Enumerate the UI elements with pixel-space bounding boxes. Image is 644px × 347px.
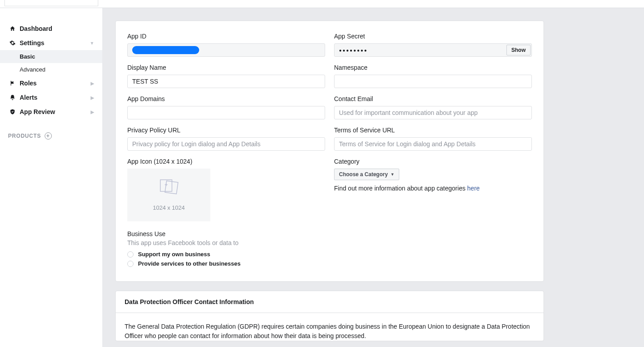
home-icon xyxy=(8,25,17,32)
top-bar xyxy=(0,0,644,8)
category-dropdown[interactable]: Choose a Category ▼ xyxy=(334,169,399,180)
category-selected: Choose a Category xyxy=(339,171,388,178)
dpo-card: Data Protection Officer Contact Informat… xyxy=(115,291,544,341)
nav-label: Alerts xyxy=(20,94,38,101)
app-id-label: App ID xyxy=(127,33,325,40)
namespace-input[interactable] xyxy=(334,75,532,88)
show-secret-button[interactable]: Show xyxy=(506,45,531,55)
app-icon-label: App Icon (1024 x 1024) xyxy=(127,158,325,165)
chevron-right-icon: ▶ xyxy=(91,95,94,100)
radio-icon xyxy=(127,261,134,267)
caret-down-icon: ▼ xyxy=(390,172,394,177)
shield-check-icon xyxy=(8,108,17,115)
sidebar-item-dashboard[interactable]: Dashboard xyxy=(0,21,102,36)
tos-url-label: Terms of Service URL xyxy=(334,127,532,134)
sidebar: Dashboard Settings ▼ Basic Advanced Role… xyxy=(0,8,103,347)
display-name-label: Display Name xyxy=(127,64,325,71)
contact-email-label: Contact Email xyxy=(334,95,532,102)
tos-url-input[interactable] xyxy=(334,137,532,151)
category-help-link[interactable]: here xyxy=(467,185,480,192)
display-name-input[interactable] xyxy=(127,75,325,88)
nav-label: Dashboard xyxy=(20,25,52,32)
nav-label: Roles xyxy=(20,80,37,87)
basic-settings-card: App ID App Secret ●●●●●●●● Show xyxy=(115,21,544,282)
category-help-text: Find out more information about app cate… xyxy=(334,185,532,192)
privacy-url-label: Privacy Policy URL xyxy=(127,127,325,134)
radio-label: Provide services to other businesses xyxy=(138,260,241,267)
top-bar-placeholder xyxy=(4,0,98,6)
nav-sublabel: Basic xyxy=(20,53,35,60)
app-id-field[interactable] xyxy=(127,43,325,57)
app-icon-dim-text: 1024 x 1024 xyxy=(153,204,185,211)
dpo-body: The General Data Protection Regulation (… xyxy=(116,313,544,341)
radio-icon xyxy=(127,251,134,258)
chevron-right-icon: ▶ xyxy=(91,110,94,114)
business-use-option-own[interactable]: Support my own business xyxy=(127,251,532,258)
bell-icon xyxy=(8,94,17,101)
app-secret-label: App Secret xyxy=(334,33,532,40)
business-use-option-services[interactable]: Provide services to other businesses xyxy=(127,260,532,267)
contact-email-input[interactable] xyxy=(334,106,532,119)
nav-label: App Review xyxy=(20,108,55,115)
caret-down-icon: ▼ xyxy=(90,41,94,46)
flag-icon xyxy=(8,80,17,87)
namespace-label: Namespace xyxy=(334,64,532,71)
business-use-desc: This app uses Facebook tools or data to xyxy=(127,239,532,246)
svg-rect-0 xyxy=(165,181,178,194)
app-secret-masked: ●●●●●●●● xyxy=(339,48,368,53)
app-domains-input[interactable] xyxy=(127,106,325,119)
dpo-title: Data Protection Officer Contact Informat… xyxy=(116,291,544,313)
sidebar-item-alerts[interactable]: Alerts ▶ xyxy=(0,90,102,105)
nav-sublabel: Advanced xyxy=(20,66,46,73)
business-use-label: Business Use xyxy=(127,230,532,237)
category-label: Category xyxy=(334,158,532,165)
sidebar-subitem-advanced[interactable]: Advanced xyxy=(0,63,102,76)
app-id-redacted xyxy=(132,46,199,54)
chevron-right-icon: ▶ xyxy=(91,81,94,86)
privacy-url-input[interactable] xyxy=(127,137,325,151)
products-label: PRODUCTS xyxy=(8,133,41,139)
sidebar-item-settings[interactable]: Settings ▼ xyxy=(0,36,102,50)
image-upload-icon xyxy=(158,179,180,199)
nav-label: Settings xyxy=(20,39,44,47)
add-product-button[interactable]: + xyxy=(45,132,52,140)
sidebar-item-roles[interactable]: Roles ▶ xyxy=(0,76,102,90)
radio-label: Support my own business xyxy=(138,251,210,258)
app-domains-label: App Domains xyxy=(127,95,325,102)
app-icon-upload[interactable]: 1024 x 1024 xyxy=(127,169,210,221)
products-heading: PRODUCTS + xyxy=(0,119,102,143)
gear-icon xyxy=(8,39,17,47)
main-content: App ID App Secret ●●●●●●●● Show xyxy=(103,8,644,347)
sidebar-item-app-review[interactable]: App Review ▶ xyxy=(0,105,102,119)
app-secret-field[interactable]: ●●●●●●●● xyxy=(334,43,532,57)
sidebar-subitem-basic[interactable]: Basic xyxy=(0,50,102,63)
